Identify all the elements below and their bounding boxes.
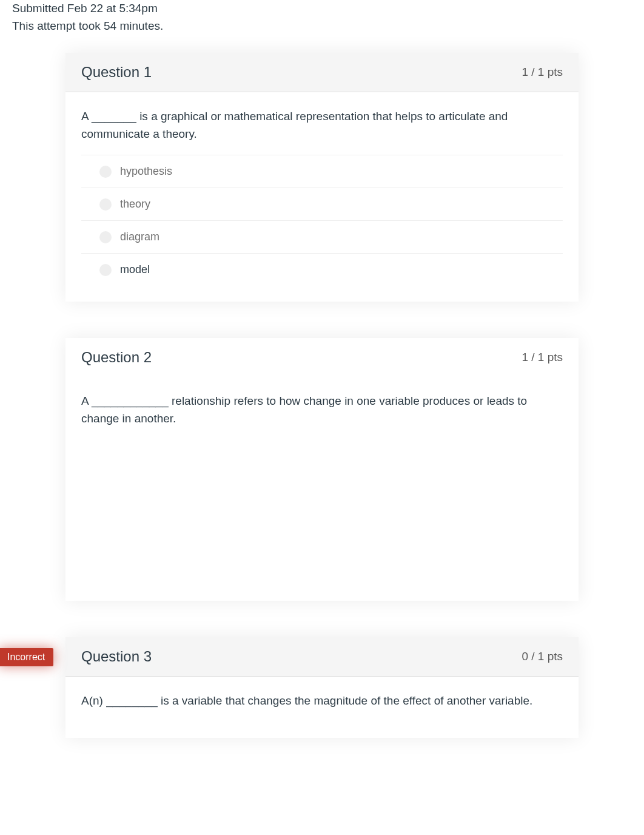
question-header: Question 2 1 / 1 pts	[65, 338, 579, 377]
radio-icon	[99, 264, 112, 276]
answer-text: model	[120, 263, 150, 276]
incorrect-flag: Incorrect	[0, 648, 53, 666]
question-body: A _______ is a graphical or mathematical…	[65, 92, 579, 302]
answer-text: diagram	[120, 231, 159, 243]
question-title: Question 2	[81, 349, 152, 366]
question-prompt: A ____________ relationship refers to ho…	[81, 393, 563, 427]
submitted-text: Submitted Feb 22 at 5:34pm	[12, 0, 632, 18]
answer-text: theory	[120, 198, 150, 211]
question-title: Question 1	[81, 64, 152, 81]
answer-text: hypothesis	[120, 165, 172, 178]
question-block: Question 1 1 / 1 pts A _______ is a grap…	[65, 53, 579, 302]
question-title: Question 3	[81, 648, 152, 665]
radio-icon	[99, 198, 112, 211]
question-header: Question 1 1 / 1 pts	[65, 53, 579, 92]
answer-option[interactable]: model	[81, 253, 563, 286]
question-body: A(n) ________ is a variable that changes…	[65, 677, 579, 738]
question-block: Incorrect Question 3 0 / 1 pts A(n) ____…	[65, 637, 579, 738]
answer-option[interactable]: theory	[81, 188, 563, 220]
answer-option[interactable]: hypothesis	[81, 155, 563, 188]
answer-option[interactable]: diagram	[81, 220, 563, 253]
answers-list: hypothesis theory diagram model	[81, 155, 563, 286]
question-points: 1 / 1 pts	[522, 351, 563, 364]
question-body: A ____________ relationship refers to ho…	[65, 377, 579, 601]
radio-icon	[99, 231, 112, 243]
question-prompt: A(n) ________ is a variable that changes…	[81, 692, 563, 710]
question-points: 1 / 1 pts	[522, 66, 563, 79]
radio-icon	[99, 166, 112, 178]
question-prompt: A _______ is a graphical or mathematical…	[81, 108, 563, 143]
question-header: Question 3 0 / 1 pts	[65, 637, 579, 677]
question-points: 0 / 1 pts	[522, 650, 563, 663]
question-block: Question 2 1 / 1 pts A ____________ rela…	[65, 338, 579, 601]
duration-text: This attempt took 54 minutes.	[12, 18, 632, 35]
